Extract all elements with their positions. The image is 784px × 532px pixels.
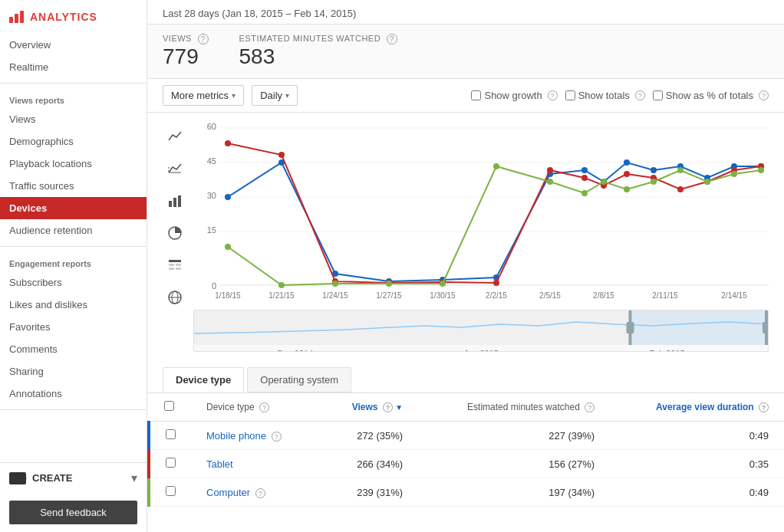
row1-avg-duration: 0:49	[610, 422, 784, 450]
svg-text:1/30/15: 1/30/15	[430, 291, 456, 300]
dropdown-arrow-icon2: ▾	[285, 91, 289, 100]
sidebar-item-traffic-sources[interactable]: Traffic sources	[0, 175, 147, 197]
svg-point-24	[225, 194, 231, 200]
logo-bar-1	[9, 17, 13, 23]
table-row: Computer ? 239 (31%) 197 (34%) 0:49	[149, 478, 784, 507]
views-help-icon[interactable]: ?	[198, 34, 209, 44]
table-header-row: Device type ? Views ? ▼ Estimated minute…	[149, 393, 784, 422]
svg-rect-7	[169, 264, 174, 266]
svg-text:2/5/15: 2/5/15	[539, 291, 561, 300]
geo-chart-icon[interactable]	[163, 285, 187, 310]
engagement-reports-label: Engagement reports	[0, 251, 147, 271]
row1-minutes: 227 (39%)	[418, 422, 610, 450]
chart-toolbar: More metrics ▾ Daily ▾ Show growth ? Sho…	[147, 79, 784, 113]
svg-point-39	[225, 140, 231, 146]
svg-point-34	[651, 167, 657, 173]
sidebar-item-playback-locations[interactable]: Playback locations	[0, 153, 147, 175]
views-header-help-icon[interactable]: ?	[383, 402, 393, 412]
show-growth-help-icon[interactable]: ?	[548, 90, 558, 100]
row3-device-link[interactable]: Computer	[206, 487, 250, 498]
chart-icon-buttons	[163, 120, 187, 352]
show-pct-help-icon[interactable]: ?	[759, 90, 769, 100]
sidebar-item-subscribers[interactable]: Subscribers	[0, 271, 147, 294]
svg-rect-80	[630, 310, 768, 345]
data-tabs: Device type Operating system	[147, 360, 784, 393]
svg-point-54	[225, 244, 231, 250]
minutes-header: Estimated minutes watched ?	[418, 393, 610, 422]
pie-chart-icon[interactable]	[163, 221, 187, 245]
svg-text:1/27/15: 1/27/15	[376, 291, 402, 300]
show-growth-checkbox-label[interactable]: Show growth ?	[471, 90, 557, 101]
row3-views: 239 (31%)	[319, 478, 418, 507]
sidebar-item-annotations[interactable]: Annotations	[0, 383, 147, 405]
svg-point-31	[581, 167, 588, 173]
sidebar-item-overview[interactable]: Overview	[0, 34, 147, 56]
row1-help-icon[interactable]: ?	[272, 432, 282, 442]
area-chart-icon[interactable]	[163, 156, 187, 181]
row2-avg-duration: 0:35	[610, 450, 784, 478]
show-pct-checkbox[interactable]	[653, 90, 663, 100]
sidebar-item-views[interactable]: Views	[0, 108, 147, 130]
svg-text:30: 30	[207, 191, 216, 200]
minutes-help-icon[interactable]: ?	[387, 34, 397, 44]
views-label: VIEWS ?	[163, 34, 209, 44]
date-range-text: Last 28 days (Jan 18, 2015 – Feb 14, 201…	[163, 8, 356, 19]
svg-point-68	[758, 167, 764, 173]
select-all-header	[149, 393, 191, 422]
svg-text:60: 60	[207, 122, 216, 131]
sidebar-item-comments[interactable]: Comments	[0, 338, 147, 360]
row1-views: 272 (35%)	[319, 422, 418, 450]
row3-checkbox[interactable]	[166, 486, 176, 496]
show-totals-checkbox[interactable]	[565, 90, 575, 100]
logo-bar-3	[20, 11, 24, 23]
show-pct-checkbox-label[interactable]: Show as % of totals ?	[653, 90, 769, 101]
sidebar-item-sharing[interactable]: Sharing	[0, 360, 147, 383]
svg-rect-3	[173, 198, 176, 207]
svg-text:45: 45	[207, 156, 216, 166]
sidebar-item-likes-dislikes[interactable]: Likes and dislikes	[0, 294, 147, 316]
sidebar-item-favorites[interactable]: Favorites	[0, 316, 147, 338]
line-chart-icon[interactable]	[163, 124, 187, 149]
sidebar-item-devices[interactable]: Devices	[0, 197, 147, 219]
more-metrics-button[interactable]: More metrics ▾	[163, 85, 244, 106]
svg-point-62	[601, 179, 607, 185]
create-section[interactable]: CREATE ▾	[0, 462, 147, 493]
show-growth-checkbox[interactable]	[471, 90, 481, 100]
bar-chart-icon[interactable]	[163, 189, 187, 213]
sidebar-divider-3	[0, 409, 147, 410]
table-row: Mobile phone ? 272 (35%) 227 (39%) 0:49	[149, 422, 784, 450]
row2-checkbox[interactable]	[166, 458, 176, 468]
svg-point-65	[677, 167, 684, 173]
row2-device-link[interactable]: Tablet	[206, 458, 233, 470]
sidebar-item-demographics[interactable]: Demographics	[0, 130, 147, 153]
svg-point-46	[581, 175, 588, 181]
logo-area: ANALYTICS	[0, 0, 147, 34]
sidebar-item-realtime[interactable]: Realtime	[0, 56, 147, 78]
chart-container: 60 45 30 15 0	[193, 120, 769, 352]
daily-button[interactable]: Daily ▾	[252, 85, 298, 106]
show-totals-help-icon[interactable]: ?	[635, 90, 645, 100]
minutes-header-help-icon[interactable]: ?	[585, 402, 595, 412]
row1-device-link[interactable]: Mobile phone	[206, 430, 266, 442]
sidebar-item-audience-retention[interactable]: Audience retention	[0, 219, 147, 241]
table-chart-icon[interactable]	[163, 253, 187, 277]
show-totals-checkbox-label[interactable]: Show totals ?	[565, 90, 645, 101]
logo-text: ANALYTICS	[30, 11, 97, 23]
select-all-checkbox[interactable]	[164, 401, 174, 411]
device-type-help-icon[interactable]: ?	[259, 402, 269, 412]
row2-checkbox-cell	[149, 450, 191, 478]
svg-rect-8	[176, 264, 181, 266]
row1-checkbox[interactable]	[166, 429, 176, 439]
send-feedback-button[interactable]: Send feedback	[9, 501, 137, 524]
tab-device-type[interactable]: Device type	[163, 367, 244, 392]
views-value: 779	[163, 44, 209, 69]
svg-point-64	[651, 179, 657, 185]
svg-point-67	[731, 171, 737, 177]
tab-operating-system[interactable]: Operating system	[247, 367, 351, 392]
row3-help-icon[interactable]: ?	[255, 488, 265, 498]
svg-point-56	[332, 281, 338, 287]
timeline-bar[interactable]: Dec 2014 Jan 2015 Feb 2015	[193, 310, 769, 352]
svg-rect-10	[176, 268, 181, 270]
avg-duration-help-icon[interactable]: ?	[759, 402, 769, 412]
row1-device: Mobile phone ?	[191, 422, 319, 450]
